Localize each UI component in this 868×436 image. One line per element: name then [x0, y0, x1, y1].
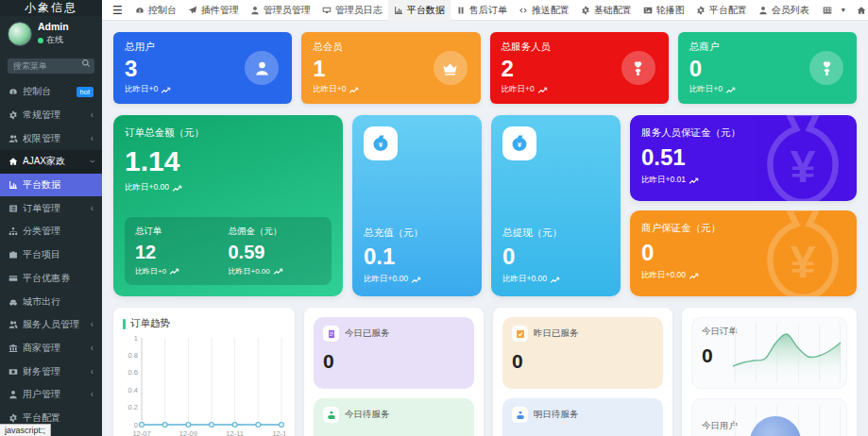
trend-icon: [689, 272, 700, 280]
withdraw-card: ¥ 总提现（元） 0 比昨日+0.00: [491, 115, 621, 296]
sidebar-item-服务人员管理[interactable]: 服务人员管理 ‹: [0, 313, 102, 337]
svg-text:0: 0: [134, 421, 138, 429]
code-icon: [519, 6, 528, 15]
sidebar-item-城市出行[interactable]: 城市出行: [0, 290, 102, 313]
app-window: 小象信息 Admin 在线 控制台 hot 常规管理 ‹ 权限管理 ‹ AJAX…: [0, 0, 868, 436]
avatar: [8, 22, 32, 46]
order-subpanel: 总订单 12 比昨日+0 总佣金（元） 0.59 比昨日+0.00: [125, 217, 332, 285]
today-pending-tile: 今日待服务: [314, 398, 474, 436]
sidebar-item-用户管理[interactable]: 用户管理 ‹: [0, 383, 102, 407]
sidebar-item-商家管理[interactable]: 商家管理 ‹: [0, 337, 102, 361]
user-icon: [9, 390, 18, 399]
user-status: 在线: [38, 34, 69, 46]
nav-tab-管理员管理[interactable]: 管理员管理: [245, 0, 316, 21]
served-card: 今日已服务 0 今日待服务: [304, 308, 484, 436]
card-delta: 比昨日+0.00: [125, 182, 169, 193]
user-icon: [758, 6, 768, 15]
svg-text:¥: ¥: [518, 141, 522, 149]
nav-tab-管理员日志[interactable]: 管理员日志: [316, 0, 388, 21]
nav-tab-推送配置[interactable]: 推送配置: [513, 0, 575, 21]
list-icon: [9, 204, 18, 213]
moneybag-icon: ¥: [510, 134, 529, 153]
card-value: 0: [502, 243, 609, 270]
svg-text:12-07: 12-07: [132, 429, 150, 436]
tile-value: 0: [323, 350, 465, 373]
recharge-card: ¥ 总充值（元） 0.1 比昨日+0.00: [352, 115, 482, 296]
search-icon: [81, 59, 91, 68]
nav-tab-平台配置[interactable]: 平台配置: [690, 0, 753, 21]
nav-tab-会员列表[interactable]: 会员列表: [753, 0, 815, 21]
order-total-card: 订单总金额（元） 1.14 比昨日+0.00 总订单 12 比昨日+0 总佣金（…: [113, 115, 343, 296]
gear-icon: [581, 6, 590, 15]
moneybag-icon-box: ¥: [502, 126, 536, 160]
trend-title: 订单趋势: [130, 317, 170, 330]
user-icon: [250, 6, 260, 15]
pause-icon: [456, 6, 466, 15]
nav-homepage[interactable]: 主页: [851, 0, 868, 21]
today-user-tile: 今日用户: [691, 398, 847, 436]
caret-down-icon: ▾: [842, 6, 845, 14]
sidebar-item-订单管理[interactable]: 订单管理 ‹: [0, 196, 102, 220]
svg-text:¥: ¥: [379, 141, 383, 149]
moneybag-watermark-icon: ¥: [741, 210, 857, 296]
stat-delta: 比昨日+0: [689, 84, 723, 95]
sidebar-item-控制台[interactable]: 控制台 hot: [0, 80, 102, 104]
sidebar-item-权限管理[interactable]: 权限管理 ‹: [0, 126, 102, 150]
nav-tab-插件管理[interactable]: 插件管理: [182, 0, 245, 21]
sidebar-item-AJAX家政[interactable]: AJAX家政 ‹: [0, 150, 102, 174]
online-dot: [38, 38, 43, 43]
sidebar-toggle-icon[interactable]: ☰: [108, 4, 128, 17]
tile-label: 今日待服务: [345, 409, 390, 421]
user-panel: Admin 在线: [0, 16, 102, 51]
sidebar-item-平台数据[interactable]: 平台数据: [0, 174, 102, 197]
top-navbar: ☰ 控制台 插件管理 管理员管理 管理员日志 平台数据 售后订单 推送配置 基础…: [102, 0, 868, 21]
nav-apps-menu[interactable]: ▾: [817, 0, 851, 21]
hot-badge: hot: [77, 87, 94, 97]
home-icon: [9, 157, 18, 166]
heart-hands-icon: [516, 411, 525, 420]
sidebar-item-平台优惠券[interactable]: 平台优惠券: [0, 267, 102, 291]
gear-icon: [696, 6, 706, 15]
crown-icon: [442, 60, 458, 76]
stat-card-总会员: 总会员 1 比昨日+0: [301, 32, 480, 104]
svg-text:1: 1: [134, 334, 138, 343]
trend-icon: [689, 176, 700, 185]
tv-icon: [322, 6, 332, 15]
pending-card: 昨日已服务 0 明日待服务: [493, 308, 672, 436]
nav-tab-售后订单[interactable]: 售后订单: [451, 0, 513, 21]
svg-text:12-09: 12-09: [179, 429, 197, 436]
moneybag-icon-box: ¥: [364, 126, 398, 160]
moneybag-icon: ¥: [371, 134, 390, 153]
image-icon: [643, 6, 653, 15]
grid-icon: [823, 6, 832, 15]
sitemap-icon: [9, 226, 18, 236]
nav-tab-轮播图[interactable]: 轮播图: [638, 0, 690, 21]
sidebar-item-平台项目[interactable]: 平台项目: [0, 243, 102, 267]
svg-text:12-13: 12-13: [272, 429, 285, 436]
money-icon: [9, 367, 18, 377]
nav-tab-基础配置[interactable]: 基础配置: [575, 0, 638, 21]
tile-label: 明日待服务: [534, 409, 579, 421]
card-title: 总提现（元）: [502, 226, 609, 240]
trend-icon: [169, 267, 180, 276]
nav-tab-平台数据[interactable]: 平台数据: [388, 0, 451, 21]
svg-text:0.6: 0.6: [128, 368, 138, 377]
sidebar: 小象信息 Admin 在线 控制台 hot 常规管理 ‹ 权限管理 ‹ AJAX…: [0, 0, 102, 436]
svg-text:12-11: 12-11: [226, 429, 244, 436]
sidebar-item-常规管理[interactable]: 常规管理 ‹: [0, 104, 102, 127]
sidebar-item-分类管理[interactable]: 分类管理: [0, 220, 102, 243]
document-icon: [327, 329, 336, 339]
sidebar-item-财务管理[interactable]: 财务管理 ‹: [0, 360, 102, 383]
user-icon: [254, 60, 270, 76]
gear-icon: [9, 110, 18, 120]
chevron-left-icon: ‹: [91, 204, 94, 213]
nav-tab-控制台[interactable]: 控制台: [129, 0, 182, 21]
trend-icon: [161, 86, 172, 94]
chevron-left-icon: ‹: [91, 344, 94, 353]
card-delta: 比昨日+0.00: [502, 274, 547, 285]
card-value: 0.1: [364, 243, 470, 270]
trend-icon: [537, 86, 549, 94]
stat-card-总服务人员: 总服务人员 2 比昨日+0: [490, 32, 669, 104]
tomorrow-pending-tile: 明日待服务: [502, 398, 663, 436]
tile-label: 今日已服务: [345, 327, 390, 340]
